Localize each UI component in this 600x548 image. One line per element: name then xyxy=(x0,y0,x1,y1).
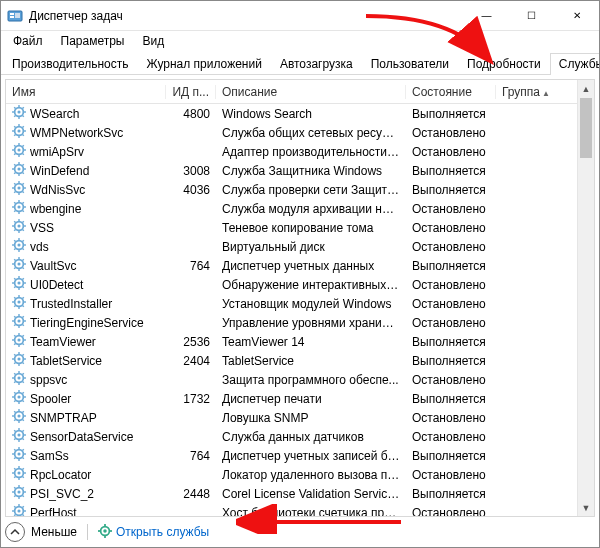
menu-file[interactable]: Файл xyxy=(5,32,51,50)
service-row[interactable]: vdsВиртуальный дискОстановлено xyxy=(6,237,594,256)
service-row[interactable]: RpcLocatorЛокатор удаленного вызова пр..… xyxy=(6,465,594,484)
window-title: Диспетчер задач xyxy=(29,9,464,23)
service-row[interactable]: SNMPTRAPЛовушка SNMPОстановлено xyxy=(6,408,594,427)
service-row[interactable]: TeamViewer2536TeamViewer 14Выполняется xyxy=(6,332,594,351)
service-row[interactable]: wmiApSrvАдаптер производительности ...Ос… xyxy=(6,142,594,161)
svg-line-160 xyxy=(14,392,15,393)
service-row[interactable]: wbengineСлужба модуля архивации на у...О… xyxy=(6,199,594,218)
service-row[interactable]: TabletService2404TabletServiceВыполняетс… xyxy=(6,351,594,370)
service-gear-icon xyxy=(12,485,26,502)
services-list: Имя ИД п... Описание Состояние Группа▲ W… xyxy=(5,79,595,517)
svg-line-142 xyxy=(14,363,15,364)
service-row[interactable]: WinDefend3008Служба Защитника WindowsВып… xyxy=(6,161,594,180)
svg-line-152 xyxy=(14,382,15,383)
service-desc: Служба Защитника Windows xyxy=(216,164,406,178)
service-name: wmiApSrv xyxy=(30,145,84,159)
tab-performance[interactable]: Производительность xyxy=(3,53,137,75)
tab-app-history[interactable]: Журнал приложений xyxy=(137,53,270,75)
service-state: Остановлено xyxy=(406,468,496,482)
column-state[interactable]: Состояние xyxy=(406,85,496,99)
open-services-link[interactable]: Открыть службы xyxy=(98,524,209,541)
service-row[interactable]: WMPNetworkSvcСлужба общих сетевых ресурс… xyxy=(6,123,594,142)
svg-line-140 xyxy=(14,354,15,355)
fewer-details-button[interactable] xyxy=(5,522,25,542)
service-row[interactable]: TrustedInstallerУстановщик модулей Windo… xyxy=(6,294,594,313)
service-row[interactable]: TieringEngineServiceУправление уровнями … xyxy=(6,313,594,332)
svg-line-21 xyxy=(23,135,24,136)
service-row[interactable]: SensorDataServiceСлужба данных датчиковО… xyxy=(6,427,594,446)
svg-line-13 xyxy=(23,107,24,108)
service-row[interactable]: PSI_SVC_22448Corel License Validation Se… xyxy=(6,484,594,503)
svg-point-165 xyxy=(17,414,20,417)
svg-line-120 xyxy=(14,316,15,317)
svg-line-150 xyxy=(14,373,15,374)
scroll-down-icon[interactable]: ▼ xyxy=(578,499,594,516)
svg-line-122 xyxy=(14,325,15,326)
svg-point-105 xyxy=(17,300,20,303)
svg-line-63 xyxy=(23,202,24,203)
menubar: Файл Параметры Вид xyxy=(1,31,599,51)
service-desc: Служба модуля архивации на у... xyxy=(216,202,406,216)
service-row[interactable]: sppsvcЗащита программного обеспе...Остан… xyxy=(6,370,594,389)
close-button[interactable]: ✕ xyxy=(554,1,599,31)
service-name: VaultSvc xyxy=(30,259,76,273)
service-state: Остановлено xyxy=(406,430,496,444)
service-row[interactable]: SamSs764Диспетчер учетных записей без...… xyxy=(6,446,594,465)
service-state: Остановлено xyxy=(406,411,496,425)
service-row[interactable]: WdNisSvc4036Служба проверки сети Защитн.… xyxy=(6,180,594,199)
svg-point-175 xyxy=(17,433,20,436)
service-gear-icon xyxy=(12,466,26,483)
svg-line-71 xyxy=(23,230,24,231)
svg-line-102 xyxy=(14,287,15,288)
list-body[interactable]: WSearch4800Windows SearchВыполняетсяWMPN… xyxy=(6,104,594,516)
service-pid: 1732 xyxy=(166,392,216,406)
service-gear-icon xyxy=(12,409,26,426)
vertical-scrollbar[interactable]: ▲ ▼ xyxy=(577,80,594,516)
maximize-button[interactable]: ☐ xyxy=(509,1,554,31)
service-name: vds xyxy=(30,240,49,254)
service-row[interactable]: WSearch4800Windows SearchВыполняется xyxy=(6,104,594,123)
service-name: TeamViewer xyxy=(30,335,96,349)
scroll-up-icon[interactable]: ▲ xyxy=(578,80,594,97)
svg-line-133 xyxy=(23,335,24,336)
minimize-button[interactable]: — xyxy=(464,1,509,31)
scroll-thumb[interactable] xyxy=(580,98,592,158)
tab-startup[interactable]: Автозагрузка xyxy=(271,53,362,75)
service-desc: Теневое копирование тома xyxy=(216,221,406,235)
service-row[interactable]: UI0DetectОбнаружение интерактивных с...О… xyxy=(6,275,594,294)
tab-details[interactable]: Подробности xyxy=(458,53,550,75)
column-name[interactable]: Имя xyxy=(6,85,166,99)
service-row[interactable]: VSSТеневое копирование томаОстановлено xyxy=(6,218,594,237)
service-gear-icon xyxy=(12,447,26,464)
service-gear-icon xyxy=(12,200,26,217)
service-desc: TabletService xyxy=(216,354,406,368)
svg-point-235 xyxy=(103,529,107,533)
svg-line-112 xyxy=(14,306,15,307)
service-gear-icon xyxy=(12,162,26,179)
service-row[interactable]: Spooler1732Диспетчер печатиВыполняется xyxy=(6,389,594,408)
svg-point-195 xyxy=(17,471,20,474)
service-gear-icon xyxy=(12,143,26,160)
svg-line-212 xyxy=(14,496,15,497)
service-name: PSI_SVC_2 xyxy=(30,487,94,501)
service-row[interactable]: PerfHostХост библиотеки счетчика про...О… xyxy=(6,503,594,516)
menu-options[interactable]: Параметры xyxy=(53,32,133,50)
svg-line-70 xyxy=(14,221,15,222)
column-pid[interactable]: ИД п... xyxy=(166,85,216,99)
service-row[interactable]: VaultSvc764Диспетчер учетных данныхВыпол… xyxy=(6,256,594,275)
svg-line-173 xyxy=(23,411,24,412)
svg-line-81 xyxy=(23,249,24,250)
svg-line-191 xyxy=(23,458,24,459)
service-state: Выполняется xyxy=(406,354,496,368)
service-gear-icon xyxy=(12,371,26,388)
menu-view[interactable]: Вид xyxy=(134,32,172,50)
column-desc[interactable]: Описание xyxy=(216,85,406,99)
svg-line-23 xyxy=(23,126,24,127)
service-name: TrustedInstaller xyxy=(30,297,112,311)
svg-line-171 xyxy=(23,420,24,421)
svg-line-131 xyxy=(23,344,24,345)
svg-line-22 xyxy=(14,135,15,136)
tab-users[interactable]: Пользователи xyxy=(362,53,458,75)
service-name: SNMPTRAP xyxy=(30,411,97,425)
tab-services[interactable]: Службы xyxy=(550,53,600,75)
